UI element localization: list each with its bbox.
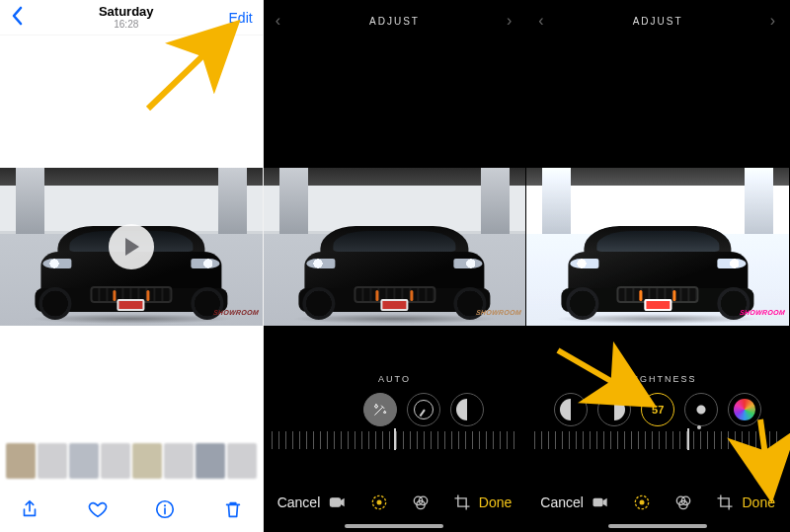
video-icon — [328, 493, 348, 512]
dial-contrast[interactable] — [554, 393, 588, 426]
done-button[interactable]: Done — [479, 494, 512, 510]
navbar-title-time: 16:28 — [99, 19, 154, 30]
crop-icon — [715, 493, 735, 512]
edit-tool-tabs — [328, 493, 472, 512]
edit-button[interactable]: Edit — [229, 10, 253, 26]
dial-contrast[interactable] — [450, 393, 484, 426]
edit-topbar: ‹ ADJUST › — [264, 0, 526, 41]
delete-button[interactable] — [221, 497, 245, 521]
cancel-button[interactable]: Cancel — [277, 494, 321, 510]
dial-brightness[interactable]: 57 — [641, 393, 674, 426]
dial-exposure[interactable] — [597, 393, 631, 426]
tab-filters[interactable] — [673, 493, 693, 512]
dial-indicator-dot — [697, 425, 701, 429]
play-icon[interactable] — [109, 224, 154, 269]
navbar-title-day: Saturday — [99, 5, 154, 19]
svg-rect-8 — [593, 498, 603, 506]
share-button[interactable] — [18, 497, 41, 521]
adjust-dials[interactable] — [264, 386, 526, 433]
tab-adjust[interactable] — [369, 493, 389, 512]
chevron-right-icon[interactable]: › — [770, 12, 777, 30]
home-indicator — [345, 524, 443, 528]
tab-adjust[interactable] — [632, 493, 652, 512]
bottom-toolbar — [0, 487, 263, 532]
trash-icon — [222, 498, 244, 520]
adjust-slider[interactable] — [534, 431, 781, 449]
edit-adjust-screen-brightness: ‹ ADJUST › SHOWROOM BRIGHTNESS — [526, 0, 790, 532]
video-frame: SHOWROOM — [264, 168, 526, 326]
wand-icon — [372, 402, 388, 418]
chevron-right-icon[interactable]: › — [507, 12, 514, 30]
adjust-mode-label: AUTO — [264, 374, 526, 384]
tab-filters[interactable] — [411, 493, 431, 512]
svg-point-1 — [164, 504, 166, 506]
brightness-value: 57 — [652, 404, 664, 416]
photos-detail-screen: Saturday 16:28 Edit SHOWROOM — [0, 0, 264, 532]
topbar-title: ADJUST — [369, 16, 420, 27]
dial-highlights[interactable] — [684, 393, 718, 426]
edit-bottombar: Cancel Done — [264, 473, 526, 532]
done-button[interactable]: Done — [743, 494, 775, 510]
dial-auto[interactable] — [363, 393, 397, 426]
filters-icon — [673, 493, 693, 512]
media-preview[interactable]: SHOWROOM — [264, 168, 526, 326]
dial-exposure[interactable] — [407, 393, 440, 426]
info-icon — [154, 498, 176, 520]
svg-point-4 — [376, 500, 381, 505]
topbar-title: ADJUST — [633, 16, 683, 27]
tab-crop[interactable] — [452, 493, 472, 512]
svg-rect-2 — [330, 498, 340, 506]
navbar: Saturday 16:28 Edit — [0, 0, 263, 36]
home-indicator — [608, 524, 707, 528]
adjust-mode-label: BRIGHTNESS — [526, 374, 789, 384]
tab-video[interactable] — [328, 493, 348, 512]
back-button[interactable] — [10, 6, 24, 30]
adjust-slider[interactable] — [272, 431, 518, 449]
chevron-left-icon[interactable]: ‹ — [538, 12, 545, 30]
cancel-button[interactable]: Cancel — [540, 494, 584, 510]
tab-crop[interactable] — [715, 493, 735, 512]
edit-tool-tabs — [591, 493, 735, 512]
edit-adjust-screen-auto: ‹ ADJUST › SHOWROOM AUTO — [264, 0, 527, 532]
share-icon — [19, 498, 40, 520]
crop-icon — [452, 493, 472, 512]
video-frame: SHOWROOM — [526, 168, 789, 326]
adjust-icon — [632, 493, 652, 512]
thumbnail-strip[interactable] — [0, 439, 263, 483]
info-button[interactable] — [153, 497, 177, 521]
edit-bottombar: Cancel Done — [526, 473, 789, 532]
favorite-button[interactable] — [86, 497, 110, 521]
edit-topbar: ‹ ADJUST › — [526, 0, 789, 41]
media-preview[interactable]: SHOWROOM — [526, 168, 789, 326]
adjust-icon — [369, 493, 389, 512]
navbar-title: Saturday 16:28 — [99, 5, 154, 30]
video-icon — [591, 493, 610, 512]
tab-video[interactable] — [591, 493, 610, 512]
chevron-left-icon[interactable]: ‹ — [276, 12, 282, 30]
chevron-left-icon — [10, 6, 24, 26]
svg-point-10 — [640, 500, 645, 505]
media-preview[interactable]: SHOWROOM — [0, 168, 263, 326]
adjust-dials[interactable]: 57 — [526, 386, 789, 433]
filters-icon — [411, 493, 431, 512]
heart-icon — [87, 498, 109, 520]
dial-color[interactable] — [728, 393, 761, 426]
